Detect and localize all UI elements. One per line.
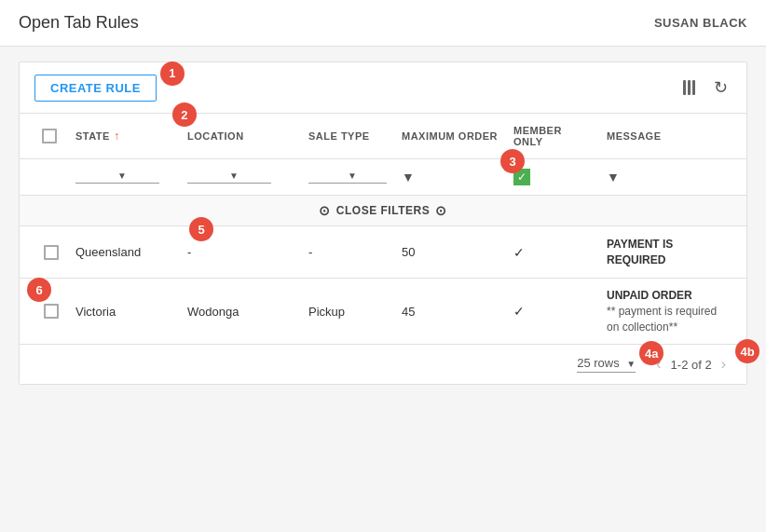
filter-row: ▼ ▼ ▼	[20, 159, 746, 196]
row1-member-only: ✓	[506, 236, 599, 269]
filter-sale-type-cell[interactable]: ▼	[301, 167, 394, 187]
row1-checkbox-cell	[34, 236, 68, 269]
header-checkbox[interactable]	[42, 129, 57, 143]
row1-state: Queensland 5	[68, 236, 180, 268]
row1-checkmark: ✓	[513, 245, 525, 260]
row2-member-only: ✓	[506, 294, 599, 328]
annotation-4b: 4b	[735, 339, 759, 363]
toolbar-right: ↻	[679, 74, 732, 102]
row2-max-order: 45	[394, 295, 506, 328]
chevron-down-icon: ▼	[117, 171, 159, 181]
state-filter-dropdown[interactable]: ▼	[75, 171, 159, 184]
row1-max-order: 50	[394, 236, 506, 268]
header-checkbox-cell	[34, 114, 68, 158]
row1-sale-type: -	[301, 236, 394, 268]
filter-state-cell[interactable]: ▼	[68, 167, 180, 187]
row2-sale-type: Pickup	[301, 295, 394, 328]
row2-state: Victoria	[68, 295, 180, 328]
filter-location-cell[interactable]: ▼	[180, 167, 301, 187]
app-header: Open Tab Rules SUSAN BLACK	[0, 0, 766, 47]
toolbar: CREATE RULE 1 ↻	[20, 62, 746, 114]
sort-asc-icon: ↑	[114, 130, 120, 143]
rows-per-page: 25 rows ▼ 4a	[577, 356, 636, 373]
annotation-3: 3	[500, 149, 525, 173]
chevron-down-icon: ▼	[348, 171, 387, 181]
header-message: MESSAGE	[599, 114, 732, 158]
table-header-row: STATE ↑ 2 LOCATION SALE TYPE MAXIMUM ORD…	[20, 114, 746, 159]
user-name: SUSAN BLACK	[654, 16, 747, 30]
sale-type-filter-dropdown[interactable]: ▼	[308, 171, 387, 184]
row2-message: UNPAID ORDER ** payment is required on c…	[599, 279, 732, 344]
row2-message-text: UNPAID ORDER ** payment is required on c…	[607, 289, 717, 334]
max-order-filter-funnel-icon[interactable]: ▼	[402, 170, 415, 184]
header-location: LOCATION	[180, 114, 301, 158]
annotation-1: 1	[160, 61, 185, 86]
row2-checkmark: ✓	[513, 304, 525, 319]
row2-checkbox-cell: 6	[34, 294, 68, 328]
header-sale-type: SALE TYPE	[301, 114, 394, 158]
table-row: Queensland 5 - - 50 ✓ PAYMENT IS REQUIRE…	[20, 226, 746, 279]
rows-per-page-label: 25 rows ▼	[577, 356, 636, 373]
create-rule-button[interactable]: CREATE RULE	[34, 75, 157, 102]
filter-max-order-cell[interactable]: ▼ 3	[394, 166, 506, 188]
table-row: 6 Victoria Wodonga Pickup 45 ✓ UNPAID OR…	[20, 279, 746, 345]
next-page-button[interactable]: ›	[716, 354, 732, 375]
filter-checkbox-cell	[34, 173, 68, 181]
row2-checkbox[interactable]	[44, 304, 59, 319]
pagination-row: 25 rows ▼ 4a ‹ 1-2 of 2 › 4b	[20, 345, 746, 384]
row1-message: PAYMENT IS REQUIRED	[599, 227, 732, 278]
main-card: CREATE RULE 1 ↻	[19, 61, 747, 385]
row1-checkbox[interactable]	[44, 245, 59, 260]
row2-location: Wodonga	[180, 295, 301, 328]
filter-message-cell[interactable]: ▼	[599, 166, 732, 188]
refresh-button[interactable]: ↻	[710, 74, 732, 102]
close-filters-label: CLOSE FILTERS	[336, 204, 430, 217]
annotation-2: 2	[172, 102, 197, 127]
message-filter-funnel-icon[interactable]: ▼	[607, 170, 620, 184]
rows-dropdown-arrow-icon: ▼	[626, 359, 636, 369]
location-filter-dropdown[interactable]: ▼	[187, 171, 271, 184]
refresh-icon: ↻	[714, 77, 728, 98]
header-max-order: MAXIMUM ORDER	[394, 114, 506, 158]
columns-icon	[683, 80, 695, 95]
page-info: 1-2 of 2	[671, 358, 712, 372]
close-filters-left-icon: ⊙	[319, 203, 331, 218]
app-title: Open Tab Rules	[19, 13, 139, 33]
header-state: STATE ↑ 2	[68, 114, 180, 158]
annotation-5: 5	[189, 217, 213, 241]
close-filters-row[interactable]: ⊙ CLOSE FILTERS ⊙	[20, 196, 746, 226]
page-nav: ‹ 1-2 of 2 › 4b	[650, 354, 732, 375]
close-filters-right-icon: ⊙	[435, 203, 447, 218]
annotation-6: 6	[27, 278, 51, 302]
row1-message-text: PAYMENT IS REQUIRED	[607, 238, 673, 266]
chevron-down-icon: ▼	[229, 171, 271, 181]
columns-toggle-button[interactable]	[679, 76, 699, 99]
table: STATE ↑ 2 LOCATION SALE TYPE MAXIMUM ORD…	[20, 114, 746, 345]
